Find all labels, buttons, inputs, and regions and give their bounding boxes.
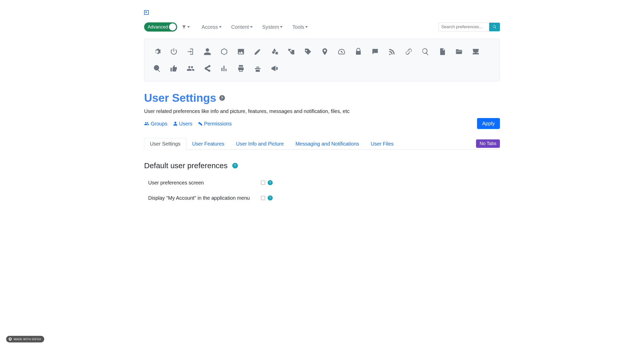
nav-system[interactable]: System (259, 23, 286, 32)
bar-chart-icon[interactable] (219, 63, 229, 74)
users-link[interactable]: Users (173, 120, 192, 127)
inbox-icon[interactable] (471, 47, 481, 57)
advanced-toggle-label: Advanced (148, 24, 168, 31)
help-icon[interactable]: ? (268, 195, 273, 200)
cube-icon[interactable] (219, 47, 229, 57)
shapes-icon[interactable] (269, 47, 280, 57)
link-icon[interactable] (404, 47, 414, 57)
pref-row-my-account-menu: Display "My Account" in the application … (144, 194, 500, 202)
help-icon[interactable]: ? (232, 163, 238, 168)
thumbs-up-icon[interactable] (169, 63, 179, 74)
map-pin-icon[interactable] (320, 47, 330, 57)
field-label: Display "My Account" in the application … (144, 194, 261, 202)
apply-button[interactable]: Apply (477, 118, 500, 129)
action-row: Groups Users Permissions Apply (144, 118, 500, 129)
tab-user-settings[interactable]: User Settings (144, 138, 186, 149)
lock-icon[interactable] (353, 47, 363, 57)
section-heading: Default user preferences ? (144, 160, 500, 171)
search-input[interactable] (438, 23, 489, 31)
power-icon[interactable] (169, 47, 179, 57)
help-icon[interactable]: ? (268, 180, 273, 185)
toggle-knob (169, 23, 176, 31)
nav-content[interactable]: Content (228, 23, 256, 32)
category-icon-grid (144, 39, 500, 81)
no-tabs-button[interactable]: No Tabs (476, 139, 500, 148)
page-description: User related preferences like info and p… (144, 107, 500, 115)
caret-down-icon (250, 26, 253, 28)
filter-dropdown[interactable] (179, 23, 192, 31)
file-icon[interactable] (437, 47, 447, 57)
gauge-icon[interactable] (336, 47, 347, 57)
checkbox-user-pref-screen[interactable] (261, 181, 265, 185)
search-icon (493, 25, 497, 29)
gift-icon[interactable] (253, 63, 263, 74)
caret-down-icon (280, 26, 283, 28)
key-icon (198, 121, 203, 126)
top-toolbar: Advanced Access Content System Tools (144, 20, 500, 34)
field-label: User preferences screen (144, 179, 261, 186)
edit-icon[interactable] (253, 47, 263, 57)
checkbox-my-account-menu[interactable] (261, 196, 265, 200)
tab-messaging-notifications[interactable]: Messaging and Notifications (290, 138, 365, 149)
nav-access[interactable]: Access (198, 23, 225, 32)
advanced-toggle[interactable]: Advanced (144, 22, 177, 32)
caret-down-icon (219, 26, 222, 28)
expand-panel-button[interactable] (144, 10, 149, 15)
gear-icon[interactable] (152, 47, 162, 57)
language-icon[interactable] (286, 47, 296, 57)
nav-tools[interactable]: Tools (289, 23, 311, 32)
help-icon[interactable]: ? (219, 95, 225, 101)
tab-user-features[interactable]: User Features (186, 138, 230, 149)
tab-user-files[interactable]: User Files (365, 138, 400, 149)
groups-link[interactable]: Groups (144, 120, 167, 127)
filter-icon (182, 25, 186, 29)
bullhorn-icon[interactable] (269, 63, 280, 74)
rss-icon[interactable] (387, 47, 397, 57)
user-icon (173, 121, 178, 126)
search-wrap (438, 23, 500, 31)
tab-user-info-picture[interactable]: User Info and Picture (230, 138, 290, 149)
image-icon[interactable] (236, 47, 246, 57)
nav-menu: Access Content System Tools (198, 23, 311, 32)
share-icon[interactable] (202, 63, 212, 74)
folder-open-icon[interactable] (454, 47, 464, 57)
search-button[interactable] (489, 23, 500, 31)
page-title: User Settings ? (144, 90, 500, 106)
group-icon (144, 121, 149, 126)
group-icon[interactable] (186, 63, 196, 74)
search-icon[interactable] (420, 47, 431, 57)
comment-icon[interactable] (370, 47, 380, 57)
caret-down-icon (187, 26, 190, 28)
tag-icon[interactable] (303, 47, 313, 57)
user-icon[interactable] (202, 47, 212, 57)
action-links: Groups Users Permissions (144, 120, 232, 127)
print-icon[interactable] (236, 63, 246, 74)
zoom-in-icon[interactable] (152, 63, 162, 74)
login-icon[interactable] (186, 47, 196, 57)
pref-row-user-pref-screen: User preferences screen ? (144, 179, 500, 186)
permissions-link[interactable]: Permissions (198, 120, 232, 127)
caret-down-icon (305, 26, 308, 28)
tabs: User Settings User Features User Info an… (144, 138, 500, 150)
